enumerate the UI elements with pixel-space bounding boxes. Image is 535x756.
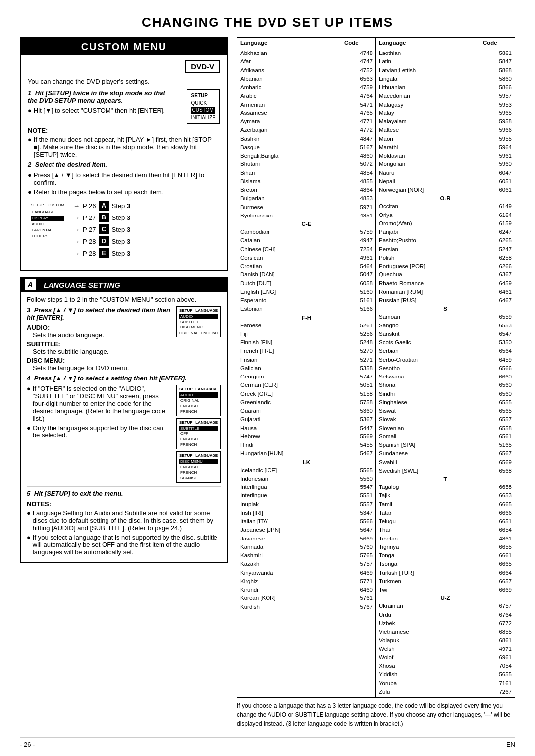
lang-name: Kinyarwanda — [240, 569, 348, 577]
lang-code: 6461 — [487, 288, 512, 296]
table-row: Lingala5860 — [379, 75, 512, 83]
table-row: Romanian [RUM]6461 — [379, 288, 512, 296]
table-row: Georgian5747 — [240, 373, 373, 381]
lang-name: Kirghiz — [240, 577, 348, 586]
lang-name: Icelandic [ICE] — [240, 466, 348, 475]
table-row: Bengali;Bangla4860 — [240, 152, 373, 160]
lang-name: Yiddish — [379, 670, 487, 679]
lang-name: Galician — [240, 364, 348, 373]
table-row: Tibetan4861 — [379, 535, 512, 543]
lang-code: 6557 — [487, 415, 512, 424]
table-row: Assamese4765 — [240, 109, 373, 117]
arrow-d: → — [73, 238, 80, 245]
lang-name: Hindi — [240, 441, 348, 449]
table-row: Dutch [DUT]6058 — [240, 279, 373, 288]
lang-name: Singhalese — [379, 398, 487, 407]
lang-code: 5367 — [348, 415, 373, 424]
lang-code: 5747 — [348, 373, 373, 381]
table-header: Language Code Language Code — [237, 38, 515, 48]
table-row: Kirundi6460 — [240, 586, 373, 594]
lang-code: 4748 — [348, 49, 373, 57]
subtitle-diagram: SETUPLANGUAGE SUBTITLE OFF ENGLISH FRENC… — [176, 418, 221, 449]
page-e: P 28 — [83, 250, 96, 257]
table-row: Malay5965 — [379, 109, 512, 117]
lang-code: 5551 — [348, 491, 373, 500]
lang-name: Romanian [RUM] — [379, 288, 487, 296]
table-row: Tamil6665 — [379, 500, 512, 509]
lang-code: 5964 — [487, 143, 512, 152]
note-text: ● If the menu does not appear, hit [PLAY… — [28, 136, 220, 158]
lang-name: Tagalog — [379, 483, 487, 491]
section-label: I-K — [240, 459, 373, 465]
lang-code: 5051 — [348, 381, 373, 389]
footer-row: - 26 - EN — [20, 737, 515, 748]
table-row: Pashto;Pushto6265 — [379, 236, 512, 245]
step-c: Step 3 — [112, 226, 131, 233]
lang-name: Serbian — [379, 347, 487, 355]
table-row: Breton4864 — [240, 186, 373, 194]
table-row: Inupiak5557 — [240, 500, 373, 509]
step4-text: Press [▲ / ▼] to select a setting then h… — [34, 375, 187, 382]
table-row: Tigrinya6655 — [379, 543, 512, 551]
lang-setting-text: LANGUAGE SETTING — [44, 281, 120, 289]
lang-name: Greenlandic — [240, 398, 348, 407]
lang-name: Xhosa — [379, 662, 487, 670]
lang-code: 6653 — [487, 491, 512, 500]
lang-name: Oromo(Afan) — [379, 219, 487, 228]
table-row: Latvian;Lettish5868 — [379, 66, 512, 75]
table-row: Estonian5166 — [240, 305, 373, 313]
lang-code: 5953 — [487, 101, 512, 109]
col4-header: Code — [480, 38, 515, 48]
lang-name: Bulgarian — [240, 194, 348, 203]
table-row: Abkhazian4748 — [240, 49, 373, 57]
col1-header: Language — [237, 38, 341, 48]
lang-code: 6061 — [487, 186, 512, 194]
lang-name: Telugu — [379, 517, 487, 526]
lang-code: 5760 — [348, 543, 373, 551]
lang-name: Malay — [379, 109, 487, 117]
lang-name: Esperanto — [240, 296, 348, 305]
lang-name: Latvian;Lettish — [379, 66, 487, 75]
lang-code: 6772 — [487, 619, 512, 628]
lang-code: 5270 — [348, 347, 373, 355]
note-label: NOTE: — [28, 127, 220, 134]
lang-name: Interlingua — [240, 483, 348, 491]
table-row: Tajik6653 — [379, 491, 512, 500]
language-table: Language Code Language Code Abkhazian474… — [237, 37, 515, 698]
lang-code: 6247 — [487, 228, 512, 236]
lang-name: Kazakh — [240, 560, 348, 568]
table-row: Amharic4759 — [240, 83, 373, 92]
lang-name: Danish [DAN] — [240, 270, 348, 279]
step1-num: 1 — [28, 89, 31, 97]
lang-code: 5647 — [348, 526, 373, 534]
lang-name: Afar — [240, 57, 348, 66]
lang-name: Hausa — [240, 424, 348, 432]
step1-text: Hit [SETUP] twice in the stop mode so th… — [28, 89, 165, 104]
lang-name: Irish [IRI] — [240, 509, 348, 517]
lang-code: 5655 — [487, 670, 512, 679]
step-b: Step 3 — [112, 214, 131, 221]
table-row: Polish6258 — [379, 254, 512, 262]
arrow-row-a: → P 26 A Step 3 — [73, 201, 220, 211]
bullet2-line: ● Press [▲ / ▼] to select the desired it… — [28, 171, 220, 186]
table-row: Corsican4961 — [240, 254, 373, 262]
lang-code: 5971 — [348, 203, 373, 212]
table-row: Afar4747 — [240, 57, 373, 66]
table-row: Turkmen6657 — [379, 577, 512, 586]
lang-name: Bashkir — [240, 135, 348, 143]
lang-name: Tibetan — [379, 535, 487, 543]
lang-setting-box: A LANGUAGE SETTING Follow steps 1 to 2 i… — [20, 277, 228, 563]
table-row: Fiji5256 — [240, 330, 373, 338]
lang-code: 5464 — [348, 262, 373, 270]
step-d: Step 3 — [112, 238, 131, 245]
lang-name: Pashto;Pushto — [379, 236, 487, 245]
lang-code: 5847 — [487, 57, 512, 66]
lang-name: Marathi — [379, 143, 487, 152]
footer-left: - 26 - — [20, 741, 35, 748]
table-row: Rhaeto-Romance6459 — [379, 279, 512, 288]
lang-code: 6861 — [487, 636, 512, 645]
table-row: Occitan6149 — [379, 202, 512, 211]
lang-code: 5566 — [348, 517, 373, 526]
lang-code: 6460 — [348, 586, 373, 594]
lang-name: Inupiak — [240, 500, 348, 509]
